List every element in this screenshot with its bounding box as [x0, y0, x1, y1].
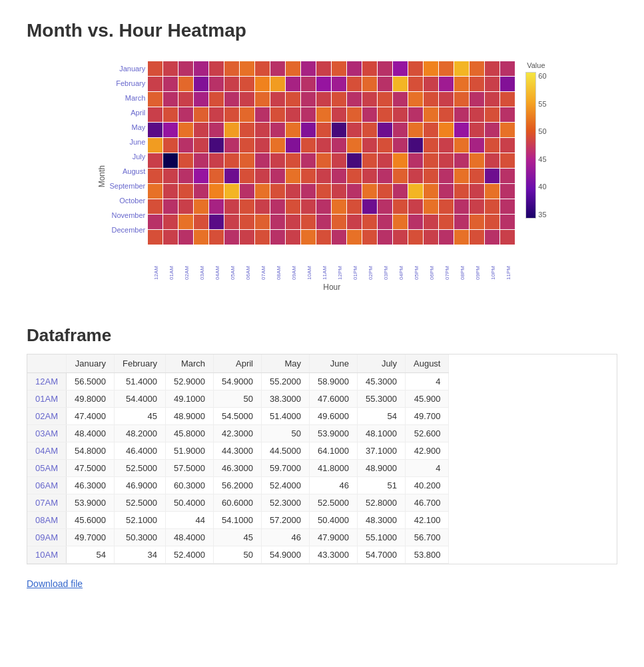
table-cell: 43.3000: [310, 546, 358, 564]
table-cell: 41.8000: [310, 460, 358, 477]
heatmap-cell: [378, 230, 392, 245]
table-cell: 38.3000: [262, 390, 310, 408]
heatmap-cell: [224, 153, 239, 168]
heatmap-cell: [408, 199, 423, 214]
heatmap-cell: [470, 77, 484, 91]
heatmap-cell: [454, 169, 469, 183]
table-cell: 49.6000: [310, 408, 358, 425]
table-cell: 4: [406, 373, 449, 390]
row-index: 08AM: [27, 512, 66, 529]
heatmap-cell: [286, 138, 300, 153]
table-cell: 51: [358, 477, 406, 494]
table-cell: 54: [358, 408, 406, 425]
heatmap-cell: [209, 61, 224, 76]
dataframe-table-container[interactable]: JanuaryFebruaryMarchAprilMayJuneJulyAugu…: [27, 354, 617, 564]
download-link[interactable]: Download file: [27, 578, 83, 589]
table-cell: 48.4000: [166, 529, 214, 546]
table-body: 12AM56.500051.400052.900054.900055.20005…: [27, 373, 449, 564]
x-axis-label: Hour: [148, 283, 515, 292]
heatmap-cell: [163, 138, 178, 153]
heatmap-cell: [240, 107, 254, 122]
y-label: June: [109, 135, 145, 149]
table-cell: 56.700: [406, 529, 449, 546]
heatmap-cell: [347, 153, 362, 168]
heatmap-cell: [362, 107, 377, 122]
heatmap-cell: [178, 92, 193, 107]
x-label: 08AM: [271, 247, 286, 280]
table-cell: 48.2000: [114, 425, 165, 442]
heatmap-cell: [148, 184, 162, 199]
heatmap-cell: [347, 169, 362, 183]
legend-labels: 605550454035: [538, 72, 546, 219]
heatmap-cell: [332, 215, 346, 229]
heatmap-cell: [454, 153, 469, 168]
legend-gradient: [525, 72, 536, 219]
table-cell: 48.4000: [66, 425, 114, 442]
y-label: May: [109, 120, 145, 135]
table-cell: 50: [262, 425, 310, 442]
heatmap-cell: [255, 215, 270, 229]
table-cell: 53.9000: [310, 425, 358, 442]
heatmap-cell: [393, 215, 408, 229]
table-cell: 44.5000: [262, 442, 310, 460]
heatmap-cell: [163, 199, 178, 214]
table-cell: 34: [114, 546, 165, 564]
heatmap-cell: [485, 107, 499, 122]
heatmap-cell: [224, 107, 239, 122]
heatmap-cell: [439, 230, 454, 245]
table-cell: 57.5000: [166, 460, 214, 477]
table-cell: 52.4000: [262, 477, 310, 494]
heatmap-cell: [209, 77, 224, 91]
heatmap-cell: [286, 77, 300, 91]
heatmap-cell: [347, 107, 362, 122]
x-label: 11PM: [501, 247, 515, 280]
y-label: February: [109, 76, 145, 91]
heatmap-cell: [439, 92, 454, 107]
table-cell: 48.9000: [166, 408, 214, 425]
y-label: August: [109, 164, 145, 179]
heatmap-cell: [301, 92, 316, 107]
table-cell: 52.5000: [310, 494, 358, 512]
heatmap-cell: [148, 92, 162, 107]
heatmap-cell: [301, 169, 316, 183]
heatmap-cell: [470, 153, 484, 168]
table-cell: 45.900: [406, 390, 449, 408]
table-cell: 58.9000: [310, 373, 358, 390]
heatmap-cell: [347, 92, 362, 107]
heatmap-cell: [178, 138, 193, 153]
x-label: 01PM: [348, 247, 362, 280]
heatmap-cell: [301, 61, 316, 76]
heatmap-cell: [209, 215, 224, 229]
row-index: 04AM: [27, 442, 66, 460]
heatmap-cell: [500, 123, 515, 137]
heatmap-cell: [255, 107, 270, 122]
table-cell: 42.100: [406, 512, 449, 529]
heatmap-cell: [485, 184, 499, 199]
heatmap-cell: [454, 107, 469, 122]
heatmap-cell: [148, 153, 162, 168]
heatmap-cell: [194, 169, 208, 183]
row-index: 12AM: [27, 373, 66, 390]
heatmap-cell: [470, 138, 484, 153]
heatmap-cell: [163, 184, 178, 199]
table-cell: 52.8000: [358, 494, 406, 512]
table-cell: 47.9000: [310, 529, 358, 546]
table-cell: 46.3000: [66, 477, 114, 494]
heatmap-cell: [485, 215, 499, 229]
heatmap-cell: [209, 123, 224, 137]
heatmap-cell: [178, 184, 193, 199]
heatmap-cell: [178, 61, 193, 76]
heatmap-cell: [439, 184, 454, 199]
heatmap-cell: [470, 123, 484, 137]
heatmap-cell: [270, 77, 285, 91]
heatmap-cell: [301, 107, 316, 122]
legend-label: 45: [538, 155, 546, 163]
heatmap-cell: [194, 199, 208, 214]
heatmap-cell: [454, 123, 469, 137]
heatmap-cell: [424, 169, 438, 183]
table-cell: 49.8000: [66, 390, 114, 408]
legend-label: 60: [538, 72, 546, 80]
heatmap-cell: [148, 215, 162, 229]
table-column-header: July: [358, 354, 406, 373]
table-column-header: [27, 354, 66, 373]
